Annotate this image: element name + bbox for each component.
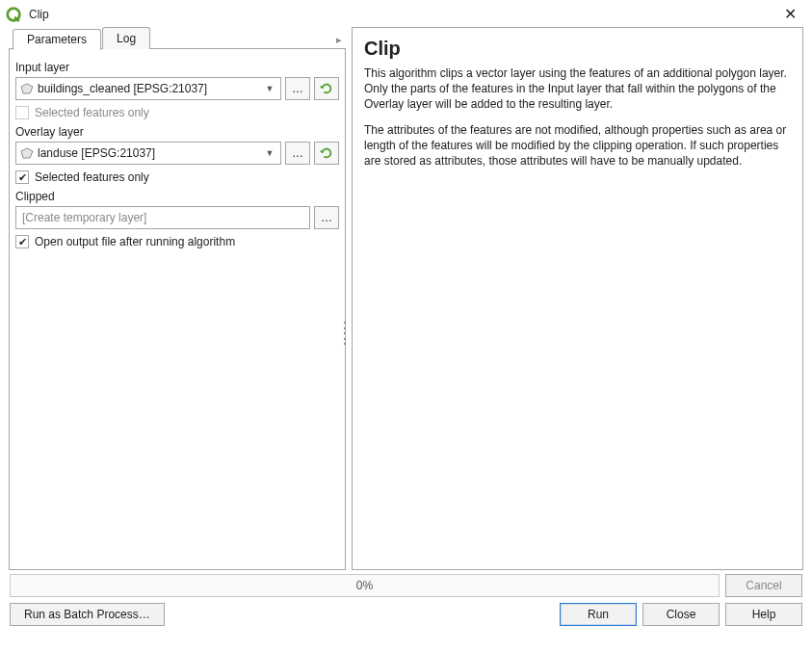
clipped-placeholder: [Create temporary layer] [22, 211, 146, 224]
splitter-handle[interactable] [343, 322, 347, 345]
polygon-layer-icon [20, 147, 34, 159]
parameters-body: Input layer buildings_cleaned [EPSG:2103… [9, 48, 346, 570]
polygon-layer-icon [20, 83, 34, 94]
progress-text: 0% [356, 579, 373, 592]
input-layer-value: buildings_cleaned [EPSG:21037] [38, 82, 207, 95]
iterate-icon [320, 146, 333, 160]
iterate-icon [320, 82, 333, 95]
input-layer-label: Input layer [15, 61, 339, 74]
progress-bar: 0% [10, 574, 720, 597]
open-output-checkbox[interactable]: ✔ [15, 235, 29, 248]
window-title: Clip [29, 8, 49, 21]
overlay-selected-only-label: Selected features only [35, 170, 149, 184]
close-icon[interactable]: ✕ [778, 5, 802, 24]
tab-parameters[interactable]: Parameters [13, 29, 101, 50]
qgis-icon [6, 6, 23, 23]
clipped-output-browse-button[interactable]: … [314, 206, 339, 229]
left-panel: Parameters Log ▸ Input layer buildings_c… [9, 27, 346, 570]
help-title: Clip [364, 38, 791, 60]
chevron-down-icon: ▼ [263, 84, 276, 93]
main-content: Parameters Log ▸ Input layer buildings_c… [0, 27, 812, 570]
overlay-selected-only-checkbox[interactable]: ✔ [15, 170, 29, 184]
titlebar: Clip ✕ [0, 0, 812, 27]
bottom-panel: 0% Cancel Run as Batch Process… Run Clos… [0, 570, 812, 634]
input-layer-combo[interactable]: buildings_cleaned [EPSG:21037] ▼ [15, 77, 281, 100]
overlay-layer-label: Overlay layer [15, 125, 339, 139]
input-selected-only-label: Selected features only [35, 106, 149, 119]
clipped-output-input[interactable]: [Create temporary layer] [15, 206, 310, 229]
collapse-right-icon[interactable]: ▸ [332, 33, 346, 46]
help-paragraph: This algorithm clips a vector layer usin… [364, 65, 791, 113]
open-output-label: Open output file after running algorithm [35, 235, 235, 248]
overlay-layer-value: landuse [EPSG:21037] [38, 146, 155, 160]
input-selected-only-checkbox [15, 106, 29, 119]
help-panel: Clip This algorithm clips a vector layer… [352, 27, 803, 570]
input-layer-browse-button[interactable]: … [285, 77, 310, 100]
chevron-down-icon: ▼ [263, 148, 276, 158]
overlay-layer-iterate-button[interactable] [314, 142, 339, 165]
run-button[interactable]: Run [560, 603, 637, 626]
help-button[interactable]: Help [725, 603, 802, 626]
help-paragraph: The attributes of the features are not m… [364, 122, 791, 169]
cancel-button[interactable]: Cancel [725, 574, 802, 597]
overlay-layer-browse-button[interactable]: … [285, 142, 310, 165]
overlay-layer-combo[interactable]: landuse [EPSG:21037] ▼ [15, 142, 281, 165]
clipped-label: Clipped [15, 190, 339, 203]
right-panel: Clip This algorithm clips a vector layer… [352, 27, 803, 570]
tab-log[interactable]: Log [102, 27, 150, 49]
input-layer-iterate-button[interactable] [314, 77, 339, 100]
close-button[interactable]: Close [642, 603, 720, 626]
run-batch-button[interactable]: Run as Batch Process… [10, 603, 165, 626]
tab-strip: Parameters Log ▸ [9, 27, 346, 49]
